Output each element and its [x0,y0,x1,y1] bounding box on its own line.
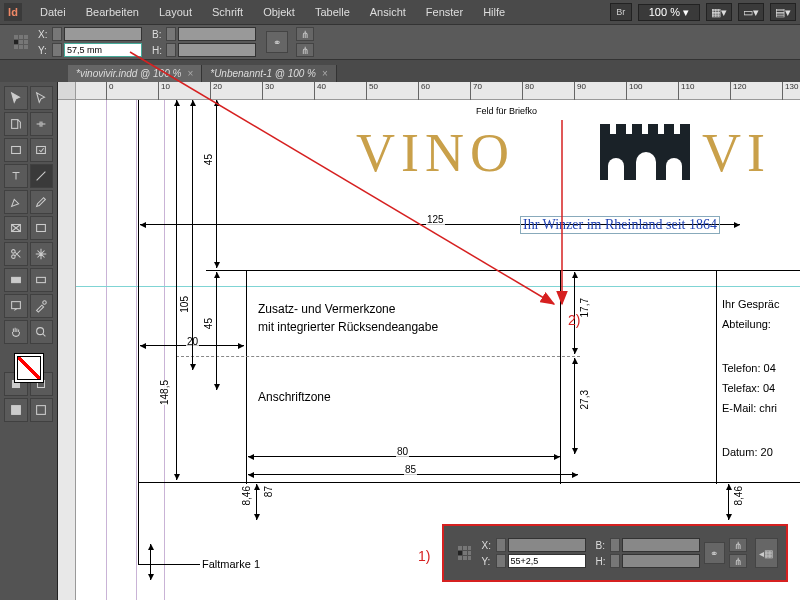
guide[interactable] [136,100,137,600]
h-label: H: [152,45,164,56]
inset-y-stepper[interactable] [496,554,506,568]
direct-selection-tool[interactable] [30,86,54,110]
zoom-level[interactable]: 100 % ▾ [638,4,700,21]
inset-constrain-icon[interactable]: ⚭ [704,542,725,564]
gradient-feather-tool[interactable] [30,268,54,292]
type-tool[interactable] [4,164,28,188]
line-tool[interactable] [30,164,54,188]
inset-h-field[interactable] [622,554,700,568]
x-stepper[interactable] [52,27,62,41]
inset-align-a-icon[interactable]: ⋔ [729,538,747,552]
guide[interactable] [106,100,107,600]
inset-w-stepper[interactable] [610,538,620,552]
y-field[interactable]: 57,5 mm [64,43,142,57]
menu-hilfe[interactable]: Hilfe [473,6,515,18]
line [138,482,800,483]
control-bar: X: Y: 57,5 mm B: H: ⚭ ⋔ ⋔ [0,24,800,60]
close-icon[interactable]: × [322,68,328,79]
menu-layout[interactable]: Layout [149,6,202,18]
dim-label: 8,46 [240,486,253,505]
y-stepper[interactable] [52,43,62,57]
h-field[interactable] [178,43,256,57]
annotation-1: 1) [418,548,430,564]
svg-point-10 [43,301,47,305]
selection-tool[interactable] [4,86,28,110]
ruler-origin[interactable] [58,82,76,100]
constrain-icon[interactable]: ⚭ [266,31,288,53]
align-a-icon[interactable]: ⋔ [296,27,314,41]
ruler-vertical[interactable] [58,100,76,600]
svg-rect-8 [37,277,46,282]
gradient-swatch-tool[interactable] [4,268,28,292]
tab-unbenannt[interactable]: *Unbenannt-1 @ 100 %× [202,65,337,82]
dashed-line [176,356,580,357]
inset-x-stepper[interactable] [496,538,506,552]
inset-align-b-icon[interactable]: ⋔ [729,554,747,568]
dim [728,484,729,520]
svg-point-5 [11,250,15,254]
logo-text-b: VI [702,122,771,184]
guide[interactable] [76,286,800,287]
app-icon: Id [4,3,22,21]
page-tool[interactable] [4,112,28,136]
menu-datei[interactable]: Datei [30,6,76,18]
close-icon[interactable]: × [187,68,193,79]
reference-point[interactable] [14,35,28,49]
menu-ansicht[interactable]: Ansicht [360,6,416,18]
x-field[interactable] [64,27,142,41]
w-field[interactable] [178,27,256,41]
pen-tool[interactable] [4,190,28,214]
inset-reference-point[interactable] [458,546,472,560]
right-text: Ihr Gespräc [722,298,779,310]
pencil-tool[interactable] [30,190,54,214]
eyedropper-tool[interactable] [30,294,54,318]
inset-y-field[interactable]: 55+2,5 [508,554,586,568]
content-collector-tool[interactable] [4,138,28,162]
view-mode-preview-icon[interactable] [30,398,54,422]
dim-fold [150,544,151,580]
transform-tool[interactable] [30,242,54,266]
inset-x-label: X: [482,540,494,551]
menu-tabelle[interactable]: Tabelle [305,6,360,18]
note-tool[interactable] [4,294,28,318]
menu-schrift[interactable]: Schrift [202,6,253,18]
align-b-icon[interactable]: ⋔ [296,43,314,57]
svg-rect-14 [11,406,20,415]
scissors-tool[interactable] [4,242,28,266]
tab-vinovivir[interactable]: *vinovivir.indd @ 100 %× [68,65,202,82]
menu-bearbeiten[interactable]: Bearbeiten [76,6,149,18]
inset-extra-icon[interactable]: ◂▦ [755,538,778,568]
bridge-icon[interactable]: Br [610,3,632,21]
dim [216,100,217,268]
hand-tool[interactable] [4,320,28,344]
gap-tool[interactable] [30,112,54,136]
dim-label: 87 [262,486,275,497]
rectangle-frame-tool[interactable] [4,216,28,240]
right-text: Datum: 20 [722,446,773,458]
zoom-tool[interactable] [30,320,54,344]
guide[interactable] [164,100,165,600]
tagline: Ihr Winzer im Rheinland seit 1864 [520,216,720,234]
inset-h-stepper[interactable] [610,554,620,568]
inset-x-field[interactable] [508,538,586,552]
view-mode-normal-icon[interactable] [4,398,28,422]
arrange-icon[interactable]: ▤▾ [770,3,796,21]
view-options-icon[interactable]: ▦▾ [706,3,732,21]
line [560,270,561,484]
rectangle-tool[interactable] [30,216,54,240]
w-stepper[interactable] [166,27,176,41]
inset-w-field[interactable] [622,538,700,552]
menu-fenster[interactable]: Fenster [416,6,473,18]
inset-y-label: Y: [482,556,494,567]
screen-mode-icon[interactable]: ▭▾ [738,3,764,21]
x-label: X: [38,29,50,40]
dim [256,484,257,520]
ruler-horizontal[interactable]: 0102030405060708090100110120130 [76,82,800,100]
menu-objekt[interactable]: Objekt [253,6,305,18]
dim-label: 105 [178,296,191,313]
svg-rect-0 [11,120,17,129]
w-label: B: [152,29,164,40]
menu-bar: Id Datei Bearbeiten Layout Schrift Objek… [0,0,800,24]
content-placer-tool[interactable] [30,138,54,162]
h-stepper[interactable] [166,43,176,57]
